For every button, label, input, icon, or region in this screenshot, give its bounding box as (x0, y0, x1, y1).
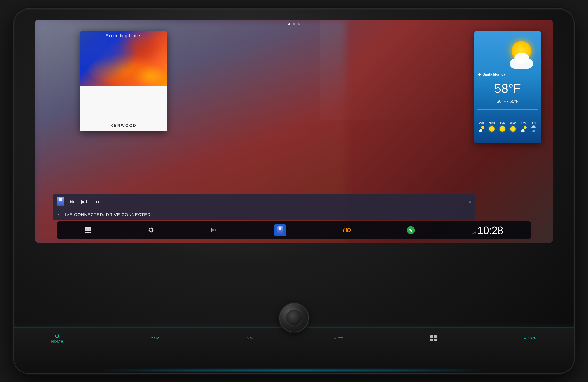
knob-container (279, 303, 309, 332)
hamburger-menu-icon[interactable]: ≡ (469, 200, 471, 204)
nav-bar: HD AM 10:28 (57, 221, 531, 239)
physical-buttons-row: ⏻ HOME CAM MENU ⊙ ⊙ ATT (14, 332, 574, 344)
forecast-day-wed: WED (509, 121, 516, 132)
weather-location: Santa Monica (478, 73, 505, 77)
dot-1[interactable] (288, 23, 291, 25)
gear-icon (147, 226, 155, 234)
screen-switch-icon (211, 228, 217, 232)
media-controls: ⏮ ▶⏸ ⏭ ≡ ♪ LIVE CONNECTED. DRIVE CONNECT… (53, 194, 475, 220)
pagination-dots[interactable] (288, 23, 300, 25)
multiscreen-icon (430, 335, 437, 342)
forecast-label-fri: FRI (532, 121, 536, 124)
divider-1 (107, 332, 107, 344)
volume-knob[interactable] (279, 303, 309, 332)
bottom-glow-strip (98, 370, 490, 371)
expand-icon[interactable]: ⛶ (535, 34, 539, 37)
cam-label: CAM (150, 336, 160, 341)
screen[interactable]: Exceeding Limits KENWOOD ⛶ Santa Monica … (35, 20, 553, 243)
menu-button[interactable]: MENU ⊙ (247, 337, 259, 340)
forecast-icon-mon (488, 125, 495, 132)
grid-icon (85, 227, 91, 233)
weather-temperature: 58°F (474, 81, 541, 96)
phone-icon (407, 226, 415, 234)
music-note-icon: ♪ (57, 212, 59, 218)
forecast-icon-thu (520, 125, 527, 132)
cam-button[interactable]: CAM (150, 336, 160, 341)
album-card[interactable]: KENWOOD (80, 31, 167, 131)
play-pause-button[interactable]: ▶⏸ (81, 199, 90, 205)
nav-item-settings[interactable] (147, 226, 155, 234)
weather-separator: / (507, 99, 509, 104)
dot-2[interactable] (293, 23, 295, 25)
home-power-icon: ⏻ (55, 333, 60, 339)
voice-label: VOICE (524, 336, 537, 341)
divider-3 (386, 332, 387, 344)
home-label: HOME (51, 340, 63, 344)
forecast-label-sun: SUN (479, 121, 484, 124)
forecast-icon-tue (499, 125, 506, 132)
att-label: ⊙ ATT (334, 337, 343, 340)
time-ampm: AM (471, 231, 477, 235)
weather-forecast: SUN MON TUE (474, 113, 541, 141)
weather-temp-range: 66°F / 50°F (474, 99, 541, 104)
device-shell: Exceeding Limits KENWOOD ⛶ Santa Monica … (14, 9, 574, 373)
nav-item-grid[interactable] (85, 227, 91, 233)
forecast-day-sun: SUN (478, 121, 485, 132)
controls-bottom-bar: ♪ LIVE CONNECTED. DRIVE CONNECTED. (53, 209, 475, 220)
weather-cloud (506, 55, 537, 69)
usb-active-bg (274, 224, 286, 236)
weather-low: 50°F (509, 99, 519, 104)
location-pin-icon (478, 73, 481, 76)
nav-item-screen-switch[interactable] (211, 228, 217, 232)
physical-bar: ⏻ HOME CAM MENU ⊙ ⊙ ATT (14, 327, 574, 373)
time-value: 10:28 (478, 224, 503, 237)
prev-button[interactable]: ⏮ (70, 199, 75, 205)
att-button[interactable]: ⊙ ATT (334, 337, 343, 340)
album-art-lower: KENWOOD (80, 86, 167, 131)
album-art-upper (80, 31, 167, 86)
home-button[interactable]: ⏻ HOME (51, 333, 63, 344)
dot-3[interactable] (297, 23, 300, 25)
hd-radio-icon: HD (343, 227, 350, 234)
location-name: Santa Monica (483, 73, 505, 77)
forecast-icon-wed (509, 125, 516, 132)
forecast-label-tue: TUE (500, 121, 505, 124)
weather-widget[interactable]: ⛶ Santa Monica 58°F 66°F / 50°F (474, 31, 541, 143)
album-brand: KENWOOD (110, 123, 137, 128)
forecast-label-wed: WED (510, 121, 516, 124)
forecast-day-tue: TUE (499, 121, 506, 132)
forecast-label-thu: THU (521, 121, 526, 124)
controls-top-bar: ⏮ ▶⏸ ⏭ ≡ (53, 194, 475, 209)
divider-2 (203, 332, 203, 344)
forecast-day-thu: THU (520, 121, 527, 132)
menu-label: MENU ⊙ (247, 337, 259, 340)
usb-media-icon (57, 197, 64, 206)
time-display: AM 10:28 (471, 224, 503, 237)
forecast-day-fri: FRI (531, 121, 538, 132)
usb-nav-icon (277, 226, 283, 234)
track-text: LIVE CONNECTED. DRIVE CONNECTED. (63, 212, 152, 217)
nav-item-usb[interactable] (274, 224, 286, 236)
weather-high: 66°F (497, 99, 506, 104)
forecast-icon-sun (478, 125, 485, 132)
nav-item-hd-radio[interactable]: HD (343, 227, 350, 234)
next-button[interactable]: ⏭ (96, 199, 101, 205)
nav-item-phone[interactable] (407, 226, 415, 234)
multiscreen-button[interactable] (430, 335, 437, 342)
album-title-overlay: Exceeding Limits (80, 33, 167, 38)
forecast-label-mon: MON (489, 121, 495, 124)
forecast-icon-fri (531, 125, 538, 132)
forecast-day-mon: MON (488, 121, 495, 132)
voice-button[interactable]: VOICE (524, 336, 537, 341)
